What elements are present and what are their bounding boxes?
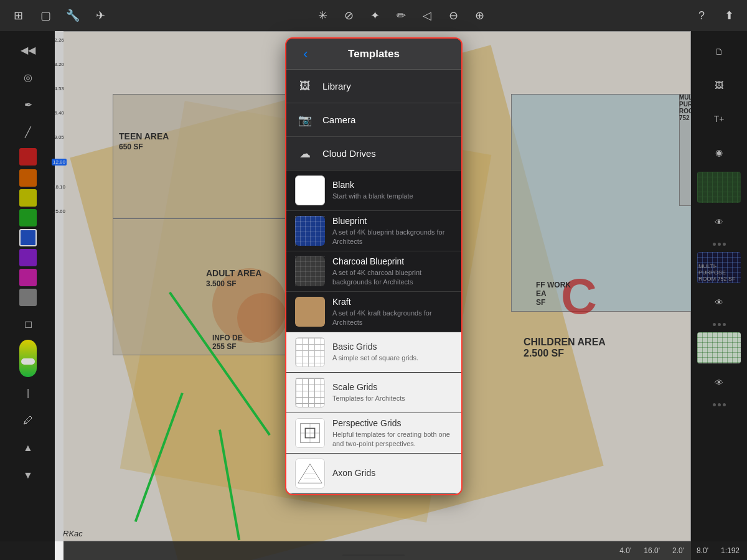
scale-grids-desc: Templates for Architects (332, 394, 453, 403)
scale-grids-name: Scale Grids (332, 382, 453, 392)
perspective-grids-thumb (295, 418, 325, 448)
template-blueprint[interactable]: Blueprint A set of 4K blueprint backgrou… (286, 211, 461, 251)
kraft-info: Kraft A set of 4K kraft backgrounds for … (332, 297, 453, 327)
plus-icon[interactable]: ⊕ (469, 5, 490, 26)
scale-ratio: 1:192 (721, 546, 740, 555)
scale-grids-thumb (295, 378, 325, 408)
perspective-grids-name: Perspective Grids (332, 418, 453, 428)
basic-grids-desc: A simple set of square grids. (332, 353, 453, 362)
template-axon-grids[interactable]: Axon Grids (286, 454, 461, 494)
cloud-icon: ☁ (296, 145, 314, 162)
axon-grids-thumb (295, 459, 325, 488)
bottom-bar: 4.0' 16.0' 2.0' 8.0' 1:192 (0, 541, 747, 560)
templates-title: Templates (315, 48, 433, 60)
blank-thumb (295, 175, 325, 205)
wrench-icon[interactable]: 🔧 (62, 5, 83, 26)
library-icon: 🖼 (296, 78, 314, 95)
templates-panel: ‹ Templates 🖼 Library 📷 Camera ☁ Cloud D… (285, 37, 463, 495)
template-scale-grids[interactable]: Scale Grids Templates for Architects (286, 373, 461, 413)
axon-grids-info: Axon Grids (332, 468, 453, 480)
help-icon[interactable]: ? (691, 5, 712, 26)
cursor-icon[interactable]: ✈ (90, 5, 111, 26)
blueprint-desc: A set of 4K blueprint backgrounds for Ar… (332, 228, 453, 246)
kraft-name: Kraft (332, 297, 453, 307)
charcoal-name: Charcoal Blueprint (332, 256, 453, 266)
charcoal-thumb (295, 256, 325, 286)
blank-desc: Start with a blank template (332, 192, 453, 200)
templates-header: ‹ Templates (286, 39, 461, 70)
back-button[interactable]: ‹ (296, 46, 315, 62)
menu-section: 🖼 Library 📷 Camera ☁ Cloud Drives (286, 70, 461, 170)
pencil-icon[interactable]: ✏ (390, 5, 411, 26)
library-label: Library (322, 81, 351, 91)
share-icon[interactable]: ⬆ (718, 5, 740, 26)
perspective-grids-info: Perspective Grids Helpful templates for … (332, 418, 453, 448)
scroll-indicator (342, 554, 405, 556)
template-perspective-grids[interactable]: Perspective Grids Helpful templates for … (286, 413, 461, 454)
scale-info: 4.0' 16.0' 2.0' 8.0' 1:192 (619, 546, 740, 555)
toolbar-center: ✳ ⊘ ✦ ✏ ◁ ⊖ ⊕ (312, 5, 490, 26)
move-icon[interactable]: ✳ (312, 5, 333, 26)
blank-name: Blank (332, 180, 453, 190)
menu-item-cloud-drives[interactable]: ☁ Cloud Drives (286, 137, 461, 170)
minus-icon[interactable]: ⊖ (443, 5, 464, 26)
scale-label-4ft: 4.0' (619, 546, 631, 555)
camera-icon: 📷 (296, 111, 314, 129)
menu-item-library[interactable]: 🖼 Library (286, 70, 461, 103)
template-basic-grids[interactable]: Basic Grids A simple set of square grids… (286, 332, 461, 373)
basic-grids-name: Basic Grids (332, 342, 453, 352)
scale-label-8ft: 8.0' (697, 546, 708, 555)
grid-icon[interactable]: ⊞ (7, 5, 29, 26)
kraft-desc: A set of 4K kraft backgrounds for Archit… (332, 309, 453, 327)
camera-label: Camera (322, 114, 355, 125)
template-blank[interactable]: Blank Start with a blank template (286, 170, 461, 211)
toolbar-right: ? ⬆ (691, 5, 740, 26)
axon-grids-name: Axon Grids (332, 468, 453, 478)
blank-info: Blank Start with a blank template (332, 180, 453, 200)
top-toolbar: ⊞ ▢ 🔧 ✈ ✳ ⊘ ✦ ✏ ◁ ⊖ ⊕ ? ⬆ (0, 0, 747, 31)
menu-item-camera[interactable]: 📷 Camera (286, 103, 461, 137)
charcoal-info: Charcoal Blueprint A set of 4K charcoal … (332, 256, 453, 286)
blueprint-name: Blueprint (332, 216, 453, 226)
perspective-grids-desc: Helpful templates for creating both one … (332, 430, 453, 448)
branch-icon[interactable]: ✦ (364, 5, 385, 26)
templates-scroll-area[interactable]: 🖼 Library 📷 Camera ☁ Cloud Drives Blank … (286, 70, 461, 494)
cloud-drives-label: Cloud Drives (322, 148, 376, 159)
scale-grids-info: Scale Grids Templates for Architects (332, 382, 453, 403)
blueprint-info: Blueprint A set of 4K blueprint backgrou… (332, 216, 453, 246)
flag-icon[interactable]: ◁ (416, 5, 438, 26)
scale-label-2ft: 2.0' (672, 546, 684, 555)
charcoal-desc: A set of 4K charcoal blueprint backgroun… (332, 268, 453, 286)
kraft-thumb (295, 297, 325, 327)
template-charcoal[interactable]: Charcoal Blueprint A set of 4K charcoal … (286, 251, 461, 292)
basic-grids-info: Basic Grids A simple set of square grids… (332, 342, 453, 362)
template-kraft[interactable]: Kraft A set of 4K kraft backgrounds for … (286, 292, 461, 332)
scale-label-16ft: 16.0' (644, 546, 660, 555)
select-icon[interactable]: ⊘ (338, 5, 359, 26)
blueprint-thumb (295, 216, 325, 246)
basic-grids-thumb (295, 337, 325, 367)
window-icon[interactable]: ▢ (35, 5, 56, 26)
